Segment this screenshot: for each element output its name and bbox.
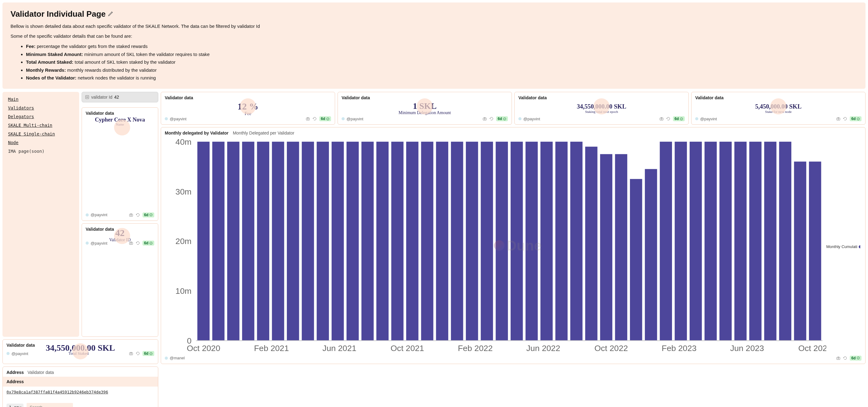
nav-multichain[interactable]: SKALE Multi-chain [8,123,73,128]
refresh-icon[interactable] [136,213,140,217]
svg-rect-33 [316,142,329,341]
search-input[interactable] [27,403,73,407]
svg-rect-25 [197,142,210,341]
bullet-item: Nodes of the Validator: network nodes th… [26,74,858,82]
svg-rect-47 [526,142,538,341]
intro-text-2: Some of the specific validator details t… [10,32,858,40]
mindel-value: 1 SKL [342,101,508,110]
svg-point-6 [130,243,132,244]
svg-rect-46 [511,142,523,341]
refresh-icon[interactable] [489,117,494,121]
svg-rect-14 [660,118,663,120]
svg-point-19 [857,118,859,120]
bar-chart[interactable]: 010m20m30m40mOct 2020Feb 2021Jun 2021Oct… [166,138,826,356]
svg-rect-35 [346,142,359,341]
svg-text:40m: 40m [176,138,192,147]
intro-text-1: Bellow is shown detailed data about each… [10,23,858,30]
svg-rect-37 [376,142,389,341]
page-title: Validator Individual Page [10,9,858,19]
svg-text:96: 96 [86,96,88,98]
svg-text:Feb 2021: Feb 2021 [254,344,289,353]
row-count: 1 row [6,404,24,407]
legend-swatch [859,245,860,248]
age-pill[interactable]: 6d [143,212,154,217]
camera-icon[interactable] [659,117,664,121]
svg-rect-40 [421,142,433,341]
age-pill[interactable]: 6d [673,116,685,121]
card-validator-id: Validator data 42 Validator ID @payvint … [82,223,158,337]
svg-point-13 [503,118,506,120]
filter-validator-id[interactable]: 96 validator Id 42 [82,92,158,103]
svg-text:Feb 2022: Feb 2022 [458,344,493,353]
svg-rect-2 [129,214,133,216]
chart-subtitle: Monthly Delegated per Validator [233,130,294,136]
nav-main[interactable]: Main [8,97,73,102]
svg-rect-26 [212,142,225,341]
chart-legend: Monthly Cumulati [826,138,860,356]
age-pill[interactable]: 6d [143,241,154,245]
validator-id-value: 42 [115,228,125,238]
card-staking-total: Validator data 34,550,000.00 SKL Staking… [515,92,689,125]
age-pill[interactable]: 6d [850,356,862,360]
refresh-icon[interactable] [666,117,671,121]
age-pill[interactable]: 6d [143,351,154,356]
svg-text:10m: 10m [176,286,192,296]
svg-rect-28 [242,142,254,341]
svg-point-16 [680,118,683,120]
card-title: Validator data [518,95,685,100]
card-next-node: Validator data 5,450,000.00 SKL Stake fo… [691,92,866,125]
camera-icon[interactable] [483,117,487,121]
address-panel: Address Validator data Address 0x79e8ca1… [2,367,158,407]
author-link[interactable]: @manel [170,356,185,360]
refresh-icon[interactable] [843,117,847,121]
author-link[interactable]: @payvint [11,351,28,356]
age-pill[interactable]: 6d [850,116,862,121]
author-link[interactable]: @payvint [700,117,717,121]
svg-point-4 [150,214,152,216]
svg-rect-5 [129,242,133,244]
edit-icon[interactable] [107,9,114,19]
author-link[interactable]: @payvint [523,117,540,121]
filter-label: validator Id [91,95,112,99]
camera-icon[interactable] [129,241,133,245]
fee-value: 12 % [165,101,331,111]
mindel-sublabel: Minimum Delegation Amount [342,110,508,115]
svg-rect-17 [837,118,840,120]
refresh-icon[interactable] [312,117,317,121]
age-pill[interactable]: 6d [319,116,331,121]
svg-rect-30 [272,142,284,341]
nav-validators[interactable]: Validators [8,106,73,110]
fee-sublabel: Fee [165,111,331,116]
avatar-dot [6,352,9,355]
camera-icon[interactable] [129,213,133,217]
camera-icon[interactable] [836,356,840,360]
avatar-dot [695,117,698,120]
svg-rect-48 [540,142,553,341]
age-pill[interactable]: 6d [496,116,508,121]
svg-rect-29 [257,142,269,341]
address-value[interactable]: 0x79e8ca1af387ffa81f4a45912b9246eb374de3… [3,386,158,401]
nav-singlechain[interactable]: SKALE Single-chain [8,132,73,136]
svg-rect-42 [451,142,463,341]
nav-delegators[interactable]: Delegators [8,114,73,119]
refresh-icon[interactable] [136,351,140,356]
bullet-item: Monthly Rewards: monthly rewards distrib… [26,66,858,74]
author-link[interactable]: @payvint [346,117,363,121]
refresh-icon[interactable] [843,356,847,360]
author-link[interactable]: @payvint [170,117,186,121]
camera-icon[interactable] [129,351,133,356]
svg-point-7 [150,242,152,244]
refresh-icon[interactable] [136,241,140,245]
svg-rect-49 [556,142,568,341]
author-link[interactable]: @payvint [91,241,107,245]
camera-icon[interactable] [306,117,310,121]
svg-point-12 [484,118,485,120]
svg-rect-63 [764,142,776,341]
author-link[interactable]: @payvint [91,212,107,217]
camera-icon[interactable] [836,117,840,121]
svg-rect-38 [391,142,404,341]
svg-rect-39 [406,142,418,341]
svg-point-10 [327,118,329,120]
svg-point-82 [130,353,132,354]
nav-node[interactable]: Node [8,140,73,145]
